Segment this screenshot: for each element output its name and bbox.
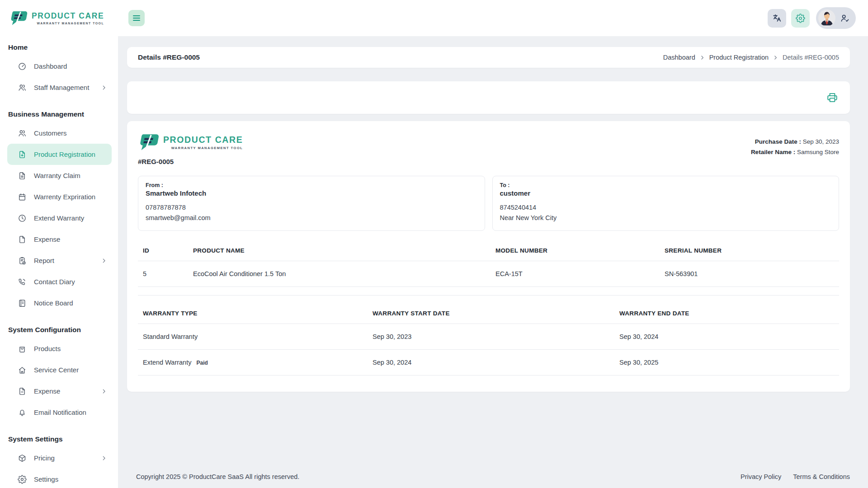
page-header-card: Details #REG-0005 Dashboard Product Regi… <box>127 47 850 68</box>
sidebar-item-expense-config[interactable]: Expense <box>7 380 112 402</box>
brand-tagline: WARRANTY MANAGEMENT TOOL <box>37 22 104 25</box>
chevron-right-icon <box>101 258 107 264</box>
notebook-icon <box>17 298 27 308</box>
warranty-type: Extend WarrantyPaid <box>138 350 373 375</box>
sidebar-item-settings[interactable]: Settings <box>7 469 112 488</box>
sidebar-item-customers[interactable]: Customers <box>7 122 112 144</box>
from-email: smartweb@gmail.com <box>146 214 477 221</box>
column-header-serial-number: SRERIAL NUMBER <box>665 244 839 261</box>
main-area: Details #REG-0005 Dashboard Product Regi… <box>118 0 868 488</box>
column-header-warranty-start-date: WARRANTY START DATE <box>373 307 619 324</box>
nav-heading-system-configuration: System Configuration <box>8 326 112 334</box>
sidebar-item-notice-board[interactable]: Notice Board <box>7 292 112 314</box>
warranty-type-text: Extend Warranty <box>143 359 191 366</box>
chevron-right-icon <box>773 55 778 61</box>
sidebar-item-report[interactable]: Report <box>7 250 112 271</box>
hamburger-menu-button[interactable] <box>128 10 145 26</box>
sidebar-item-product-registration[interactable]: Product Registration <box>7 144 112 165</box>
sidebar-item-warranty-expiration[interactable]: Warrenty Expriration <box>7 186 112 207</box>
sidebar-item-label: Expense <box>34 387 60 395</box>
product-serial-number: SN-563901 <box>665 261 839 287</box>
sidebar-item-label: Product Registration <box>34 150 95 158</box>
users-icon <box>17 83 27 92</box>
sidebar-item-label: Settings <box>34 475 58 483</box>
nav-heading-system-settings: System Settings <box>8 435 112 443</box>
sidebar-item-email-notification[interactable]: Email Notification <box>7 402 112 423</box>
to-name: customer <box>500 189 832 197</box>
file-icon <box>17 235 27 244</box>
chevron-right-icon <box>699 55 705 61</box>
home-icon <box>17 365 27 375</box>
warranty-start-date: Sep 30, 2024 <box>373 350 619 375</box>
gauge-icon <box>17 61 27 71</box>
invoice-card: PRODUCT CARE WARRANTY MANAGEMENT TOOL #R… <box>127 121 850 392</box>
sidebar-item-label: Warrenty Expriration <box>34 193 95 201</box>
from-phone: 07878787878 <box>146 204 477 211</box>
package-icon <box>17 453 27 463</box>
chevron-right-icon <box>101 84 107 91</box>
sidebar-item-label: Warranty Claim <box>34 172 80 179</box>
privacy-policy-link[interactable]: Privacy Policy <box>741 473 781 480</box>
avatar <box>818 9 835 27</box>
purchase-date-value: Sep 30, 2023 <box>803 138 839 145</box>
sidebar-item-service-center[interactable]: Service Center <box>7 359 112 380</box>
column-header-id: ID <box>138 244 193 261</box>
phone-call-icon <box>17 277 27 286</box>
retailer-name-value: Samsung Store <box>797 149 839 155</box>
sidebar-item-dashboard[interactable]: Dashboard <box>7 56 112 77</box>
brand-name: PRODUCT CARE <box>163 135 243 145</box>
calendar-icon <box>17 192 27 202</box>
page-title: Details #REG-0005 <box>138 53 200 61</box>
sidebar-item-pricing[interactable]: Pricing <box>7 447 112 469</box>
brand-name: PRODUCT CARE <box>32 11 104 21</box>
toolbar-card <box>127 81 850 114</box>
translate-button[interactable] <box>768 9 786 28</box>
column-header-warranty-type: WARRANTY TYPE <box>138 307 373 324</box>
sidebar-item-label: Products <box>34 345 61 352</box>
product-id: 5 <box>138 261 193 287</box>
brand-mark-icon <box>138 133 160 151</box>
file-minus-icon <box>17 386 27 396</box>
product-name: EcoCool Air Conditioner 1.5 Ton <box>193 261 495 287</box>
breadcrumb: Dashboard Product Registration Details #… <box>663 54 839 61</box>
bell-icon <box>17 408 27 417</box>
brand-tagline: WARRANTY MANAGEMENT TOOL <box>171 146 243 150</box>
breadcrumb-dashboard[interactable]: Dashboard <box>663 54 695 61</box>
sidebar-item-label: Report <box>34 257 54 264</box>
clipboard-check-icon <box>17 256 27 265</box>
to-box: To : customer 8745240414 Near New York C… <box>492 176 840 231</box>
column-header-warranty-end-date: WARRANTY END DATE <box>619 307 839 324</box>
settings-button[interactable] <box>791 9 810 28</box>
sidebar-item-label: Service Center <box>34 366 79 374</box>
file-plus-icon <box>17 150 27 159</box>
sidebar-item-label: Customers <box>34 129 67 137</box>
terms-conditions-link[interactable]: Terms & Conditions <box>793 473 850 480</box>
product-row: 5 EcoCool Air Conditioner 1.5 Ton ECA-15… <box>138 261 839 287</box>
sidebar-item-staff-management[interactable]: Staff Management <box>7 77 112 98</box>
registration-number: #REG-0005 <box>138 158 243 165</box>
shopping-bag-icon <box>17 344 27 353</box>
side-nav: Home Dashboard Staff Management Business… <box>0 36 118 488</box>
chevron-right-icon <box>101 455 107 461</box>
sidebar-item-products[interactable]: Products <box>7 338 112 359</box>
sidebar-item-extend-warranty[interactable]: Extend Warranty <box>7 207 112 229</box>
sidebar-item-label: Dashboard <box>34 62 67 70</box>
user-menu[interactable] <box>816 7 856 29</box>
breadcrumb-product-registration[interactable]: Product Registration <box>709 54 769 61</box>
sidebar-item-contact-diary[interactable]: Contact Diary <box>7 271 112 292</box>
sidebar-item-expense[interactable]: Expense <box>7 229 112 250</box>
user-check-icon <box>840 13 850 23</box>
table-spacer-row <box>138 287 839 296</box>
invoice-meta: Purchase Date : Sep 30, 2023 Retailer Na… <box>751 133 839 157</box>
to-address: Near New York City <box>500 214 832 221</box>
column-header-product-name: PRODUCT NAME <box>193 244 495 261</box>
warranty-end-date: Sep 30, 2025 <box>619 350 839 375</box>
product-model-number: ECA-15T <box>495 261 665 287</box>
brand-logo[interactable]: PRODUCT CARE WARRANTY MANAGEMENT TOOL <box>0 0 118 36</box>
printer-icon <box>826 92 838 103</box>
warranty-end-date: Sep 30, 2024 <box>619 324 839 350</box>
sidebar-item-warranty-claim[interactable]: Warranty Claim <box>7 165 112 186</box>
sidebar-item-label: Contact Diary <box>34 278 75 286</box>
print-button[interactable] <box>826 92 838 103</box>
gear-icon <box>17 474 27 484</box>
